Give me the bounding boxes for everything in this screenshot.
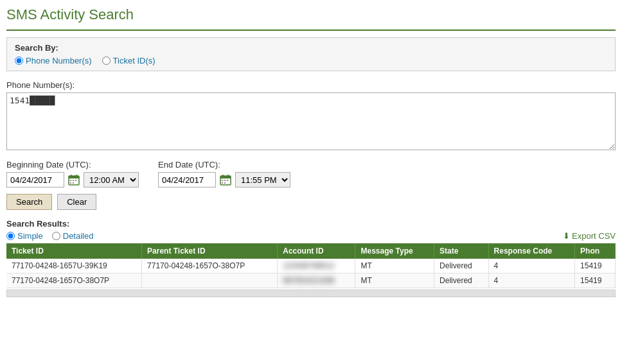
search-button[interactable]: Search bbox=[6, 194, 52, 210]
radio-ticket-label[interactable]: Ticket ID(s) bbox=[102, 56, 156, 65]
col-phone: Phon bbox=[575, 243, 616, 259]
cell-ticket-id: 77170-04248-1657U-39K19 bbox=[6, 259, 142, 273]
beginning-date-group: Beginning Date (UTC): bbox=[6, 160, 139, 187]
export-csv-label: Export CSV bbox=[572, 231, 616, 241]
header-row: Ticket ID Parent Ticket ID Account ID Me… bbox=[6, 243, 616, 259]
search-by-box: Search By: Phone Number(s) Ticket ID(s) bbox=[6, 37, 616, 71]
beginning-date-calendar-icon[interactable] bbox=[67, 173, 81, 187]
cell-state: Delivered bbox=[434, 259, 489, 273]
cell-phone: 15419 bbox=[575, 259, 616, 273]
table-row: 77170-04248-1657U-39K19 77170-04248-1657… bbox=[6, 259, 616, 273]
end-date-input[interactable] bbox=[158, 172, 216, 187]
beginning-time-select[interactable]: 12:00 AM 12:30 AM 11:55 PM bbox=[84, 172, 139, 187]
beginning-date-input-row: 12:00 AM 12:30 AM 11:55 PM bbox=[6, 172, 139, 187]
date-row: Beginning Date (UTC): bbox=[6, 160, 616, 187]
end-time-select[interactable]: 12:00 AM 12:30 AM 11:55 PM bbox=[235, 172, 290, 187]
cell-account-id: 123456789012 bbox=[278, 259, 355, 273]
results-table-header: Ticket ID Parent Ticket ID Account ID Me… bbox=[6, 243, 616, 259]
cell-state: Delivered bbox=[434, 273, 489, 288]
svg-rect-7 bbox=[70, 182, 71, 184]
radio-ticket-text: Ticket ID(s) bbox=[113, 56, 156, 65]
title-divider bbox=[6, 30, 616, 31]
cell-parent-ticket-id bbox=[142, 273, 278, 288]
results-table: Ticket ID Parent Ticket ID Account ID Me… bbox=[6, 243, 616, 288]
search-results-section: Search Results: Simple Detailed ⬇ Export… bbox=[6, 219, 616, 297]
svg-rect-6 bbox=[75, 180, 76, 181]
page-title: SMS Activity Search bbox=[6, 6, 616, 23]
svg-rect-2 bbox=[71, 175, 72, 177]
cell-phone: 15419 bbox=[575, 273, 616, 288]
end-date-group: End Date (UTC): bbox=[158, 160, 290, 187]
search-by-label: Search By: bbox=[15, 43, 607, 53]
radio-phone-text: Phone Number(s) bbox=[26, 56, 92, 65]
svg-rect-17 bbox=[224, 182, 226, 184]
export-csv-button[interactable]: ⬇ Export CSV bbox=[563, 231, 616, 241]
table-row: 77170-04248-1657O-38O7P 987654321098 MT … bbox=[6, 273, 616, 288]
cell-account-id-value: 987654321098 bbox=[283, 276, 334, 285]
svg-rect-11 bbox=[222, 175, 224, 177]
svg-rect-13 bbox=[222, 180, 223, 181]
detailed-view-radio[interactable] bbox=[52, 232, 60, 240]
beginning-date-label: Beginning Date (UTC): bbox=[6, 160, 139, 169]
svg-rect-15 bbox=[227, 180, 228, 181]
col-message-type: Message Type bbox=[355, 243, 434, 259]
phone-numbers-input[interactable]: 1541█████ bbox=[6, 92, 616, 150]
simple-view-radio[interactable] bbox=[6, 232, 15, 240]
results-table-body: 77170-04248-1657U-39K19 77170-04248-1657… bbox=[6, 259, 616, 288]
phone-numbers-section: Phone Number(s): 1541█████ bbox=[6, 80, 616, 152]
svg-rect-4 bbox=[70, 180, 71, 181]
radio-phone-label[interactable]: Phone Number(s) bbox=[15, 56, 92, 65]
svg-rect-1 bbox=[69, 176, 79, 178]
svg-rect-5 bbox=[73, 180, 74, 181]
col-parent-ticket-id: Parent Ticket ID bbox=[142, 243, 278, 259]
svg-rect-14 bbox=[224, 180, 226, 181]
col-ticket-id: Ticket ID bbox=[6, 243, 142, 259]
svg-rect-8 bbox=[73, 182, 74, 184]
end-date-input-row: 12:00 AM 12:30 AM 11:55 PM bbox=[158, 172, 290, 187]
svg-rect-16 bbox=[222, 182, 223, 184]
export-csv-icon: ⬇ bbox=[563, 231, 570, 241]
phone-numbers-label: Phone Number(s): bbox=[6, 80, 616, 90]
svg-rect-3 bbox=[76, 175, 77, 177]
cell-account-id: 987654321098 bbox=[278, 273, 355, 288]
cell-ticket-id: 77170-04248-1657O-38O7P bbox=[6, 273, 142, 288]
search-by-radio-group: Phone Number(s) Ticket ID(s) bbox=[15, 56, 607, 65]
simple-view-label[interactable]: Simple bbox=[6, 231, 43, 241]
end-date-calendar-icon[interactable] bbox=[218, 173, 233, 187]
cell-response-code: 4 bbox=[488, 273, 574, 288]
col-state: State bbox=[434, 243, 489, 259]
col-response-code: Response Code bbox=[488, 243, 574, 259]
detailed-view-label[interactable]: Detailed bbox=[52, 231, 94, 241]
simple-view-text: Simple bbox=[17, 231, 43, 241]
cell-account-id-value: 123456789012 bbox=[283, 261, 334, 270]
svg-rect-12 bbox=[227, 175, 229, 177]
col-account-id: Account ID bbox=[278, 243, 355, 259]
end-date-label: End Date (UTC): bbox=[158, 160, 290, 169]
cell-parent-ticket-id: 77170-04248-1657O-38O7P bbox=[142, 259, 278, 273]
cell-response-code: 4 bbox=[488, 259, 574, 273]
results-label: Search Results: bbox=[6, 219, 616, 229]
detailed-view-text: Detailed bbox=[63, 231, 94, 241]
cell-message-type: MT bbox=[355, 259, 434, 273]
table-scrollbar[interactable] bbox=[6, 290, 616, 297]
svg-rect-10 bbox=[220, 176, 231, 178]
cell-message-type: MT bbox=[355, 273, 434, 288]
button-row: Search Clear bbox=[6, 194, 616, 210]
radio-ticket[interactable] bbox=[102, 56, 111, 65]
view-type-group: Simple Detailed bbox=[6, 231, 93, 241]
beginning-date-input[interactable] bbox=[6, 172, 64, 187]
clear-button[interactable]: Clear bbox=[57, 194, 96, 210]
radio-phone[interactable] bbox=[15, 56, 23, 65]
results-type-row: Simple Detailed ⬇ Export CSV bbox=[6, 231, 616, 241]
